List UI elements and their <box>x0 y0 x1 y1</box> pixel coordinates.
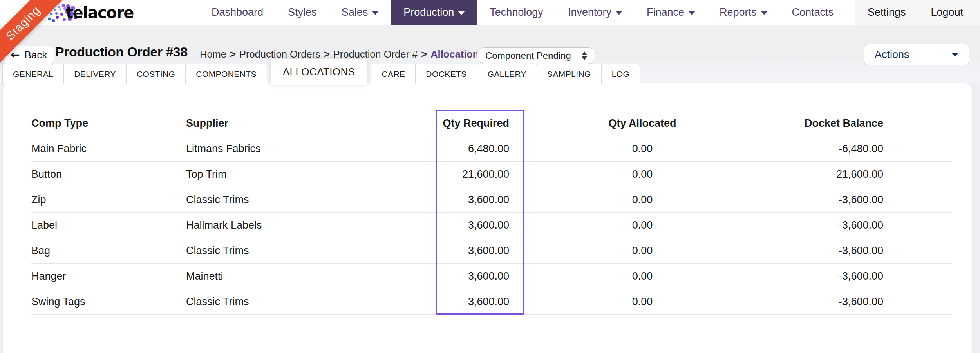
tab-log[interactable]: LOG <box>601 64 640 84</box>
nav-item-label: Reports <box>720 6 757 18</box>
actions-button-label: Actions <box>875 49 951 61</box>
cell-qty-allocated: 0.00 <box>521 162 764 187</box>
tab-delivery[interactable]: DELIVERY <box>63 64 127 84</box>
table-header-row: Comp TypeSupplierQty RequiredQty Allocat… <box>31 111 952 136</box>
tab-dockets[interactable]: DOCKETS <box>415 64 477 84</box>
column-header-docket-balance: Docket Balance <box>764 111 952 136</box>
table-row-main-fabric: Main FabricLitmans Fabrics6,480.000.00-6… <box>31 136 952 162</box>
content-card: Comp TypeSupplierQty RequiredQty Allocat… <box>3 83 972 353</box>
cell-qty-allocated: 0.00 <box>521 264 764 289</box>
cell-supplier: Classic Trims <box>186 187 437 213</box>
column-header-comp-type: Comp Type <box>31 111 186 136</box>
cell-comp-type: Bag <box>31 238 186 264</box>
cell-qty-allocated: 0.00 <box>521 187 764 213</box>
cell-qty-required: 3,600.00 <box>437 213 521 238</box>
cell-qty-allocated: 0.00 <box>521 238 764 264</box>
tab-gallery[interactable]: GALLERY <box>477 64 537 84</box>
column-header-supplier: Supplier <box>186 111 437 136</box>
table-row-zip: ZipClassic Trims3,600.000.00-3,600.00 <box>31 187 952 213</box>
cell-comp-type: Hanger <box>31 264 186 289</box>
cell-docket-balance: -3,600.00 <box>764 238 952 264</box>
cell-supplier: Litmans Fabrics <box>186 136 437 162</box>
table-row-label: LabelHallmark Labels3,600.000.00-3,600.0… <box>31 213 952 238</box>
actions-button[interactable]: Actions <box>864 44 969 65</box>
tab-bar: GENERALDELIVERYCOSTINGCOMPONENTSALLOCATI… <box>2 0 640 85</box>
nav-item-finance[interactable]: Finance <box>647 0 695 25</box>
cell-docket-balance: -3,600.00 <box>764 289 952 315</box>
cell-docket-balance: -3,600.00 <box>764 187 952 213</box>
cell-qty-required: 21,600.00 <box>437 162 521 187</box>
tab-general[interactable]: GENERAL <box>2 64 64 84</box>
tab-components[interactable]: COMPONENTS <box>185 64 267 84</box>
nav-item-label: Contacts <box>792 6 834 18</box>
tab-sampling[interactable]: SAMPLING <box>537 64 602 84</box>
nav-item-settings[interactable]: Settings <box>868 0 906 25</box>
tab-care[interactable]: CARE <box>371 64 416 84</box>
cell-qty-required: 3,600.00 <box>437 264 521 289</box>
nav-item-contacts[interactable]: Contacts <box>792 0 834 25</box>
cell-qty-required: 3,600.00 <box>437 289 521 315</box>
cell-supplier: Mainetti <box>186 264 437 289</box>
cell-supplier: Classic Trims <box>186 289 437 315</box>
cell-qty-allocated: 0.00 <box>521 136 764 162</box>
column-header-qty-required: Qty Required <box>437 111 521 136</box>
cell-comp-type: Label <box>31 213 186 238</box>
cell-qty-required: 3,600.00 <box>437 187 521 213</box>
caret-down-icon <box>761 11 767 15</box>
cell-supplier: Classic Trims <box>186 238 437 264</box>
nav-item-label: Finance <box>647 6 684 18</box>
table-row-hanger: HangerMainetti3,600.000.00-3,600.00 <box>31 264 952 289</box>
table-row-bag: BagClassic Trims3,600.000.00-3,600.00 <box>31 238 952 264</box>
nav-item-logout[interactable]: Logout <box>931 0 964 25</box>
cell-docket-balance: -3,600.00 <box>764 213 952 238</box>
nav-item-reports[interactable]: Reports <box>720 0 767 25</box>
cell-qty-allocated: 0.00 <box>521 289 764 315</box>
tab-costing[interactable]: COSTING <box>126 64 186 84</box>
cell-comp-type: Zip <box>31 187 186 213</box>
caret-down-icon <box>689 11 695 15</box>
cell-qty-allocated: 0.00 <box>521 213 764 238</box>
cell-qty-required: 3,600.00 <box>437 238 521 264</box>
column-header-qty-allocated: Qty Allocated <box>521 111 764 136</box>
cell-supplier: Hallmark Labels <box>186 213 437 238</box>
cell-supplier: Top Trim <box>186 162 437 187</box>
cell-qty-required: 6,480.00 <box>437 136 521 162</box>
caret-down-icon <box>951 53 958 57</box>
nav-right-group: SettingsLogout <box>855 0 980 25</box>
allocations-table: Comp TypeSupplierQty RequiredQty Allocat… <box>31 111 952 315</box>
cell-comp-type: Button <box>31 162 186 187</box>
table-row-button: ButtonTop Trim21,600.000.00-21,600.00 <box>31 162 952 187</box>
tab-allocations[interactable]: ALLOCATIONS <box>271 58 367 85</box>
cell-docket-balance: -21,600.00 <box>764 162 952 187</box>
cell-docket-balance: -3,600.00 <box>764 264 952 289</box>
table-row-swing-tags: Swing TagsClassic Trims3,600.000.00-3,60… <box>31 289 952 315</box>
cell-docket-balance: -6,480.00 <box>764 136 952 162</box>
cell-comp-type: Swing Tags <box>31 289 186 315</box>
cell-comp-type: Main Fabric <box>31 136 186 162</box>
